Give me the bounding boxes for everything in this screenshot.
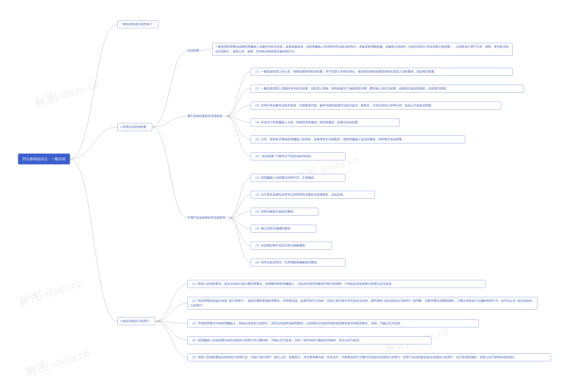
truthful-item[interactable]: （1）犯罪人自动投案后，如实交待自己的主要犯罪事实。犯有数罪的犯罪嫌疑人，仅如实… <box>187 280 485 288</box>
watermark: 树图 shutu.cn <box>33 76 100 111</box>
branch-truthful-statement[interactable]: 2.如实供述自己的罪行。 <box>117 317 155 325</box>
auto-surrender-def-desc[interactable]: 一般是指犯罪事实或者犯罪嫌疑人未被司法机关发觉，或者虽被发觉，但犯罪嫌疑人尚未受… <box>212 43 513 55</box>
truthful-item[interactable]: （4）犯罪嫌疑人自动投案并如实供述自己的罪行后又翻供的，不能认定为自首；但在一审… <box>187 337 431 344</box>
branch-auto-surrender[interactable]: 1.犯罪以后自动投案。 <box>117 123 152 131</box>
branch-conditions-heading[interactable]: 一般自首的成立条件如下： <box>117 20 158 28</box>
belongs-auto-cases-label: 属于自动投案的常见情形有： <box>187 113 226 119</box>
not-belongs-item[interactable]: （2）以不署名或者化名将非法所得寄给办案机关或者报社、杂志社的。 <box>251 191 375 199</box>
belongs-item[interactable]: （5）公安、检察机关通知犯罪嫌疑人的亲友，或者亲友主动报案后，将犯罪嫌疑人送去投… <box>251 136 465 143</box>
not-belongs-item[interactable]: （6）经司法机关传讯、采用强制措施被动归案的。 <box>251 258 345 266</box>
watermark: 树图 shutu.cn <box>24 345 92 380</box>
truthful-item[interactable]: （2）刑法所规定的如实供述 "自己的罪行"，是指主要的客观犯罪事实。对犯罪证据、… <box>187 297 537 310</box>
mindmap-canvas[interactable]: 树图 shutu.cn 树图 shutu.cn 树图 shutu.cn 树图 s… <box>0 0 578 392</box>
belongs-item[interactable]: （4）并非出于犯罪嫌疑人主动，而是经亲友规劝、陪同投案的，应视为自动投案。 <box>251 119 400 126</box>
belongs-item[interactable]: （1）一般应是犯罪人向公安、检察或者审判机关投案；对于犯罪人向所在单位、城乡基层… <box>251 68 513 76</box>
belongs-item[interactable]: （6）"自动投案" 不要求出于特定动机与目的。 <box>251 152 345 160</box>
watermark: 树图 shutu.cn <box>17 275 85 310</box>
not-belongs-auto-cases-label: 不属于自动投案的常见情形有： <box>187 214 229 221</box>
belongs-item[interactable]: （3）在罪行尚未被司法机关发觉，仅因形迹可疑，被有关组织或者司法机关盘问、教育后… <box>251 102 501 109</box>
not-belongs-item[interactable]: （5）在追捕过程中走投无路当场被捕的。 <box>251 242 332 249</box>
truthful-item[interactable]: （5）犯罪人自动投案如实供述自己的罪行后，为自己进行辩护，提出上诉，或者更正、补… <box>187 353 551 361</box>
auto-surrender-def-label: 自动投案 <box>187 48 199 54</box>
not-belongs-item[interactable]: （1）犯罪嫌疑人先投案交待罪行后，又潜逃的。 <box>251 174 345 182</box>
root-node[interactable]: 刑法基础知识点：一般自首 <box>18 153 70 164</box>
truthful-item[interactable]: （3）共同犯罪案件中的犯罪嫌疑人，除如实供述自己的罪行，还应当供述所知的同案犯，… <box>187 320 479 327</box>
belongs-item[interactable]: （2）一般应是犯罪人直接向有关机关投案，但犯罪人因病、因伤或者为了减轻犯罪后果，… <box>251 85 524 93</box>
not-belongs-item[interactable]: （4）被公安机关逮捕归案的。 <box>251 225 316 233</box>
not-belongs-item[interactable]: （3）犯罪后被群众扭送归案的。 <box>251 208 318 216</box>
